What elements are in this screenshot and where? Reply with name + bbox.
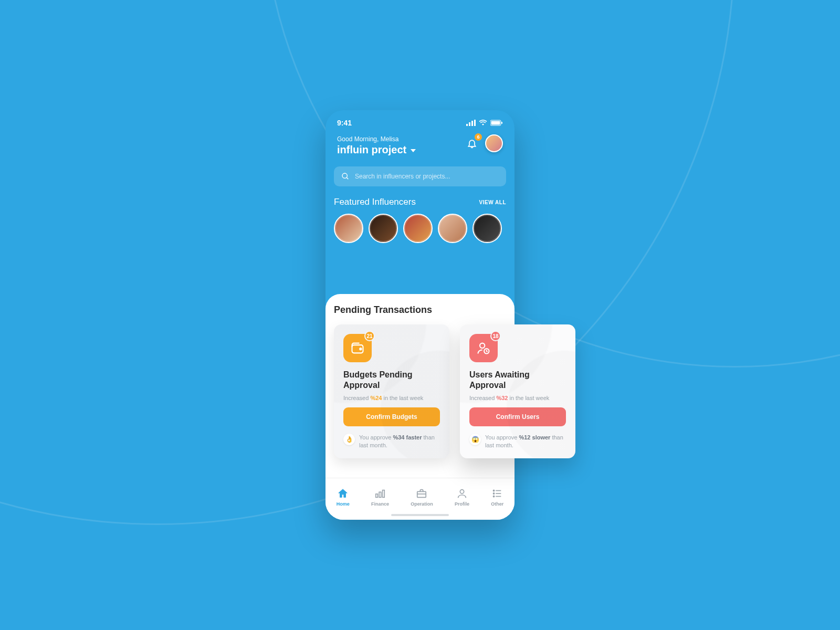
svg-rect-9 [376,494,378,497]
card-subtext: Increased %24 in the last week [343,395,440,401]
nav-label: Home [337,501,350,507]
cards-row: 21 Budgets Pending Approval Increased %2… [334,324,575,458]
card-title: Budgets Pending Approval [343,370,440,391]
svg-point-23 [480,343,485,348]
nav-label: Operation [411,501,433,507]
svg-rect-11 [383,490,385,497]
chevron-down-icon [411,149,416,152]
signal-icon [466,120,476,126]
home-indicator [391,514,449,516]
svg-point-14 [460,489,464,493]
search-icon [341,172,350,181]
svg-rect-0 [466,124,468,126]
influencer-avatar[interactable] [472,214,502,243]
card-users[interactable]: 18 Users Awaiting Approval Increased %32… [460,324,575,458]
influencer-avatar[interactable] [369,214,398,243]
influencer-avatar[interactable] [403,214,433,243]
wallet-icon: 21 [343,334,372,362]
svg-rect-1 [469,122,470,126]
phone-frame: 9:41 Good Morning, Melisa influin projec… [326,110,514,520]
project-title: influin project [337,144,406,156]
influencer-carousel[interactable] [334,214,506,243]
ok-hand-icon: 👌 [343,434,355,445]
list-icon [491,488,503,499]
influencer-avatar[interactable] [438,214,467,243]
svg-rect-12 [417,491,426,497]
featured-section: Featured Influencers VIEW ALL [326,186,514,249]
nav-profile[interactable]: Profile [455,488,469,507]
wifi-icon [479,120,487,126]
svg-rect-6 [501,122,502,124]
nav-operation[interactable]: Operation [411,488,433,507]
svg-rect-2 [471,121,473,126]
card-badge: 21 [364,331,375,341]
battery-icon [490,120,503,126]
briefcase-icon [416,488,427,499]
status-time: 9:41 [337,119,352,127]
svg-point-16 [494,492,495,494]
svg-point-15 [494,490,495,491]
status-bar: 9:41 [326,110,514,131]
notification-badge: 6 [475,133,482,141]
search-input[interactable] [355,173,499,180]
user-icon [456,488,468,499]
confirm-budgets-button[interactable]: Confirm Budgets [343,407,440,426]
card-subtext: Increased %32 in the last week [469,395,566,401]
card-title: Users Awaiting Approval [469,370,566,391]
user-clock-icon: 18 [469,334,498,362]
notifications-button[interactable]: 6 [465,136,479,150]
view-all-link[interactable]: VIEW ALL [479,200,506,205]
sheet-title: Pending Transactions [334,304,506,316]
bottom-nav: Home Finance Operation Profile Other [326,478,514,520]
avatar[interactable] [485,134,503,152]
confirm-users-button[interactable]: Confirm Users [469,407,566,426]
card-badge: 18 [490,331,501,341]
card-budgets[interactable]: 21 Budgets Pending Approval Increased %2… [334,324,449,458]
nav-label: Finance [371,501,389,507]
nav-other[interactable]: Other [491,488,503,507]
card-note: 😱 You approve %12 slower than last month… [469,434,566,450]
svg-point-7 [342,173,347,178]
svg-point-17 [494,496,495,497]
svg-rect-10 [379,492,381,497]
bar-chart-icon [374,488,386,499]
svg-line-8 [346,177,348,179]
card-note: 👌 You approve %34 faster than last month… [343,434,440,450]
svg-point-22 [360,348,361,350]
svg-rect-3 [474,120,476,126]
scream-icon: 😱 [469,434,481,445]
home-icon [337,488,349,499]
nav-label: Profile [455,501,469,507]
svg-rect-5 [491,121,500,125]
nav-label: Other [491,501,503,507]
search-bar[interactable] [334,166,506,186]
header: Good Morning, Melisa influin project 6 [326,131,514,163]
nav-home[interactable]: Home [337,488,350,507]
nav-finance[interactable]: Finance [371,488,389,507]
featured-title: Featured Influencers [334,197,416,207]
influencer-avatar[interactable] [334,214,363,243]
